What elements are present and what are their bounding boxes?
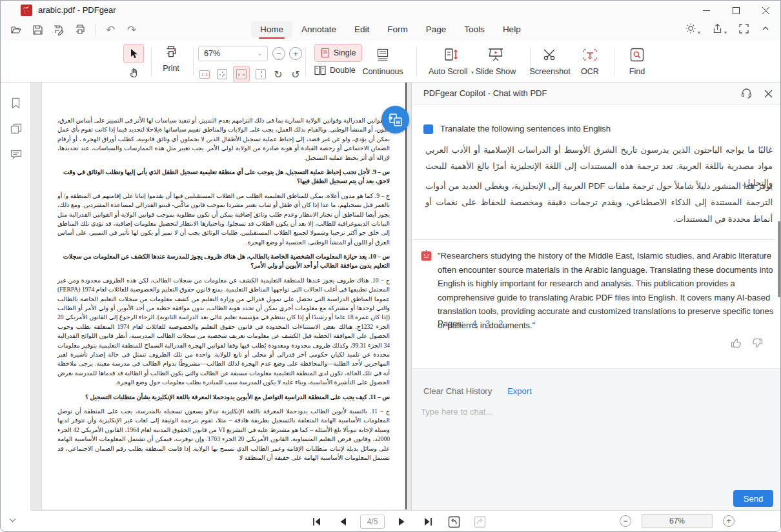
pdf-paragraph: والقوانين الفدرالية وقوانين الولاية السا… xyxy=(57,116,390,163)
collapse-ribbon-icon[interactable] xyxy=(761,24,770,35)
double-label: Double xyxy=(330,66,356,75)
thumbs-up-icon[interactable] xyxy=(730,337,742,351)
open-file-icon[interactable] xyxy=(8,22,24,37)
thumbs-down-icon[interactable] xyxy=(752,337,764,351)
maximize-button[interactable] xyxy=(721,1,751,20)
hand-icon xyxy=(128,67,139,78)
share-icon[interactable]: ▾ xyxy=(712,23,727,37)
save-as-icon[interactable] xyxy=(51,22,66,37)
status-zoom-value[interactable]: 67% xyxy=(642,514,713,528)
page-indicator[interactable]: 4/5 xyxy=(360,515,385,529)
find-icon xyxy=(629,47,645,63)
close-button[interactable] xyxy=(751,1,780,20)
pages-label: Pages: xyxy=(438,319,463,328)
zoom-in-button[interactable]: + xyxy=(289,47,302,60)
next-view-button[interactable] xyxy=(471,514,488,529)
fit-page-icon[interactable] xyxy=(216,68,228,81)
last-page-button[interactable] xyxy=(420,514,436,529)
convert-to-word-button[interactable]: W xyxy=(381,106,409,133)
comments-panel-icon[interactable] xyxy=(10,148,23,163)
rotate-ccw-icon[interactable]: ↺ xyxy=(289,68,302,81)
thumbnails-panel-icon[interactable] xyxy=(10,123,23,138)
tab-home[interactable]: Home xyxy=(251,21,292,37)
slide-show-button[interactable]: Slide Show xyxy=(470,44,522,76)
zoom-select[interactable]: 67%⌄ xyxy=(198,46,268,61)
window-title: arabic.pdf - PDFgear xyxy=(38,5,116,15)
chat-scrollbar[interactable] xyxy=(778,221,780,297)
bookmarks-panel-icon[interactable] xyxy=(10,97,22,112)
pdf-viewer[interactable]: والقوانين الفدرالية وقوانين الولاية السا… xyxy=(31,83,412,510)
printer-icon xyxy=(164,44,178,59)
menubar: ↶ ↷ Home Annotate Edit Form Page Tools H… xyxy=(1,20,780,41)
fullscreen-icon[interactable] xyxy=(738,23,749,37)
pdf-paragraph: ج – 9. كما هو مدون أعلاه، يمكن للمناطق ا… xyxy=(57,192,390,247)
screenshot-button[interactable]: Screenshot xyxy=(525,44,575,76)
fit-width-icon[interactable] xyxy=(233,66,250,83)
undo-icon[interactable]: ↶ xyxy=(103,22,118,37)
tab-tools[interactable]: Tools xyxy=(455,21,494,37)
screenshot-label: Screenshot xyxy=(525,67,575,76)
ocr-button[interactable]: OCR xyxy=(574,44,606,76)
tab-annotate[interactable]: Annotate xyxy=(292,21,345,37)
previous-view-button[interactable] xyxy=(445,514,462,529)
next-page-button[interactable] xyxy=(394,514,411,529)
home-toolbar: Print 67%⌄ − + 1:1 ↻ ↺ Single Double Con… xyxy=(1,41,780,83)
find-button[interactable]: Find xyxy=(621,44,653,76)
page-link-2[interactable]: 2 xyxy=(498,319,503,328)
hand-tool-button[interactable] xyxy=(126,64,141,80)
previous-page-button[interactable] xyxy=(334,514,351,529)
single-page-button[interactable]: Single xyxy=(314,44,362,62)
fit-height-icon[interactable] xyxy=(254,68,267,81)
actual-size-icon[interactable]: 1:1 xyxy=(198,68,211,81)
auto-scroll-icon xyxy=(443,47,459,63)
close-panel-icon[interactable] xyxy=(764,89,773,101)
chat-input[interactable] xyxy=(421,402,769,420)
print-button[interactable]: Print xyxy=(154,44,188,73)
collapse-sidebar-icon[interactable] xyxy=(8,515,17,527)
save-icon[interactable] xyxy=(30,22,45,37)
navigation-sidebar xyxy=(1,83,31,510)
tab-form[interactable]: Form xyxy=(378,21,417,37)
double-page-button[interactable]: Double xyxy=(314,65,356,75)
theme-toggle-icon[interactable]: ▾ xyxy=(685,23,700,37)
copilot-header: PDFgear Copilot - Chat with PDF xyxy=(412,83,781,104)
minimize-button[interactable] xyxy=(691,1,721,20)
slide-show-label: Slide Show xyxy=(470,67,522,76)
tab-edit[interactable]: Edit xyxy=(345,21,378,37)
divider xyxy=(412,239,775,240)
rotate-cw-icon[interactable]: ↻ xyxy=(272,68,285,81)
auto-scroll-label: Auto Scroll xyxy=(429,67,467,76)
send-button[interactable]: Send xyxy=(733,490,773,507)
find-label: Find xyxy=(621,67,653,76)
svg-text:W: W xyxy=(395,119,400,125)
first-page-button[interactable] xyxy=(309,514,325,529)
select-tool-button[interactable] xyxy=(123,44,144,63)
continuous-label: Continuous xyxy=(360,67,406,76)
slide-show-icon xyxy=(487,47,504,63)
page-link-4[interactable]: 4 xyxy=(472,319,476,328)
pdfgear-logo-icon xyxy=(21,5,32,16)
word-convert-icon: W xyxy=(388,113,403,127)
tab-page[interactable]: Page xyxy=(417,21,456,37)
quick-print-icon[interactable] xyxy=(72,22,88,37)
pdf-page[interactable]: والقوانين الفدرالية وقوانين الولاية السا… xyxy=(41,83,407,509)
tab-help[interactable]: Help xyxy=(494,21,530,37)
clear-chat-history-button[interactable]: Clear Chat History xyxy=(423,386,492,396)
export-button[interactable]: Export xyxy=(507,386,532,396)
continuous-icon xyxy=(376,48,389,63)
continuous-button[interactable]: Continuous xyxy=(360,44,406,76)
support-headset-icon[interactable] xyxy=(740,87,753,102)
status-zoom-out-button[interactable]: − xyxy=(620,515,631,527)
double-page-icon xyxy=(314,65,326,75)
user-message: Tranalate the following sentences into E… xyxy=(423,124,611,134)
user-arabic-paragraph-2: يوفر هذا المنشور دليلاً شاملاً حول ترجمة… xyxy=(425,178,773,227)
ocr-icon xyxy=(582,47,598,63)
page-link-3[interactable]: 3 xyxy=(485,319,490,328)
divider xyxy=(95,24,96,35)
status-zoom-in-button[interactable]: + xyxy=(723,515,735,527)
redo-icon[interactable]: ↷ xyxy=(124,22,139,37)
copilot-bot-icon xyxy=(421,250,432,261)
chat-footer: Clear Chat History Export Send xyxy=(412,368,781,510)
zoom-out-button[interactable]: − xyxy=(272,47,285,60)
scissors-icon xyxy=(542,47,558,63)
